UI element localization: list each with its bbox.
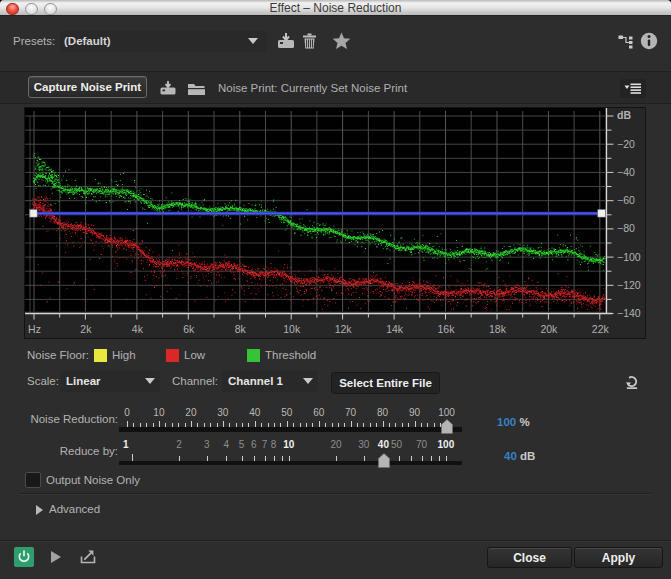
svg-text:Hz: Hz: [28, 323, 41, 335]
svg-text:−40: −40: [617, 166, 635, 178]
svg-text:−20: −20: [617, 138, 635, 150]
svg-text:14k: 14k: [386, 323, 404, 335]
svg-text:8k: 8k: [235, 323, 247, 335]
svg-text:10k: 10k: [283, 323, 301, 335]
svg-text:2k: 2k: [80, 323, 92, 335]
svg-text:12k: 12k: [335, 323, 353, 335]
svg-text:−60: −60: [617, 194, 635, 206]
svg-text:22k: 22k: [592, 323, 610, 335]
svg-text:dB: dB: [617, 109, 631, 121]
svg-text:6k: 6k: [183, 323, 195, 335]
svg-text:−120: −120: [617, 279, 641, 291]
svg-text:16k: 16k: [438, 323, 456, 335]
svg-text:−100: −100: [617, 251, 641, 263]
svg-text:18k: 18k: [489, 323, 507, 335]
svg-text:20k: 20k: [540, 323, 558, 335]
svg-text:4k: 4k: [132, 323, 144, 335]
svg-text:−80: −80: [617, 222, 635, 234]
svg-text:−140: −140: [617, 307, 641, 319]
